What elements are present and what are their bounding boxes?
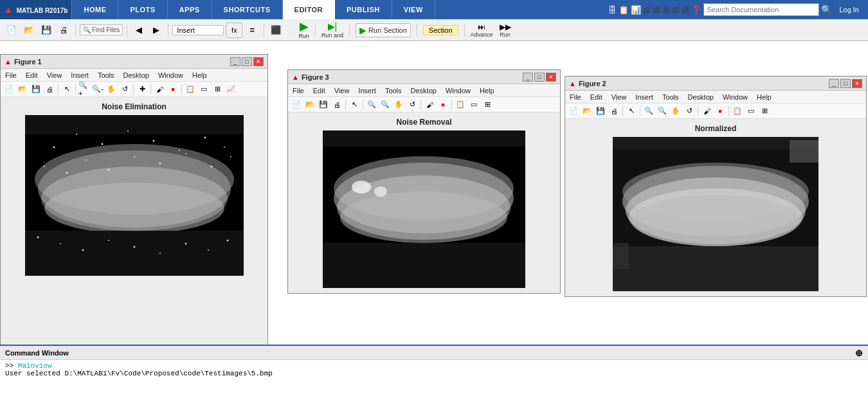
- fig3-tb-brush[interactable]: 🖌: [423, 98, 436, 111]
- fig3-tb-rotate[interactable]: ↺: [406, 98, 419, 111]
- print-btn[interactable]: 🖨: [56, 22, 71, 38]
- fig1-tb-save[interactable]: 💾: [30, 83, 42, 96]
- fig2-menu-view[interactable]: View: [610, 93, 629, 101]
- fig3-menu-help[interactable]: Help: [478, 87, 496, 94]
- toolbar-icon-3[interactable]: 📊: [631, 5, 641, 15]
- fig1-tb-pan[interactable]: ✋: [105, 83, 118, 96]
- fig3-tb-pan[interactable]: ✋: [392, 98, 405, 111]
- fig3-tb-colorbar[interactable]: ▭: [467, 98, 480, 111]
- fig2-tb-zoom-in[interactable]: 🔍: [642, 105, 655, 118]
- tab-view[interactable]: VIEW: [392, 0, 435, 19]
- fig1-tb-print[interactable]: 🖨: [43, 83, 56, 96]
- fig1-menu-view[interactable]: View: [45, 71, 64, 79]
- fig3-tb-save[interactable]: 💾: [317, 98, 330, 111]
- toolbar-icon-6[interactable]: ⬛: [662, 6, 670, 14]
- fig3-menu-edit[interactable]: Edit: [311, 87, 327, 94]
- fig2-tb-rotate[interactable]: ↺: [683, 105, 696, 118]
- run-and-btn2[interactable]: ▶▶ Run: [500, 22, 511, 38]
- fig1-tb-grid[interactable]: ⊞: [211, 83, 224, 96]
- fig3-tb-grid[interactable]: ⊞: [481, 98, 494, 111]
- fig3-tb-print[interactable]: 🖨: [330, 98, 343, 111]
- fig3-tb-open[interactable]: 📂: [303, 98, 316, 111]
- fig2-menu-insert[interactable]: Insert: [633, 93, 655, 101]
- fig1-menu-insert[interactable]: Insert: [69, 71, 91, 79]
- fig1-tb-plot[interactable]: 📈: [224, 83, 237, 96]
- fig1-tb-cursor[interactable]: ↖: [60, 83, 73, 96]
- fig2-tb-colorbar[interactable]: ▭: [745, 105, 757, 118]
- fig2-tb-open[interactable]: 📂: [581, 105, 593, 118]
- fig2-tb-print[interactable]: 🖨: [608, 105, 620, 118]
- figure2-minimize[interactable]: _: [829, 79, 839, 88]
- fig1-menu-tools[interactable]: Tools: [96, 71, 116, 79]
- back-btn[interactable]: ◀: [131, 22, 147, 38]
- fig1-menu-help[interactable]: Help: [190, 71, 209, 79]
- fig1-menu-desktop[interactable]: Desktop: [122, 71, 151, 79]
- figure2-close[interactable]: ✕: [852, 79, 862, 88]
- fig1-tb-open[interactable]: 📂: [16, 83, 29, 96]
- fig3-tb-legend[interactable]: 📋: [454, 98, 467, 111]
- tab-apps[interactable]: APPS: [168, 0, 212, 19]
- forward-btn[interactable]: ▶: [149, 22, 164, 38]
- fx-btn[interactable]: fx: [226, 22, 242, 38]
- insert-dropdown[interactable]: Insert: [172, 25, 224, 35]
- fig1-menu-file[interactable]: File: [3, 71, 19, 79]
- fig3-tb-new[interactable]: 📄: [290, 98, 303, 111]
- tab-publish[interactable]: PUBLISH: [335, 0, 392, 19]
- fig2-tb-grid[interactable]: ⊞: [758, 105, 771, 118]
- open-btn[interactable]: 📂: [21, 22, 37, 38]
- fig1-tb-rotate[interactable]: ↺: [118, 83, 131, 96]
- fig3-menu-desktop[interactable]: Desktop: [409, 87, 439, 94]
- fig2-tb-brush[interactable]: 🖌: [700, 105, 713, 118]
- fig2-menu-tools[interactable]: Tools: [660, 93, 681, 101]
- fig3-tb-cursor[interactable]: ↖: [348, 98, 361, 111]
- tab-editor[interactable]: EDITOR: [283, 0, 335, 19]
- toolbar-icon-2[interactable]: 📋: [619, 5, 629, 15]
- toolbar-icon-1[interactable]: 🗄: [608, 5, 617, 15]
- tb-icon-1[interactable]: ⬛: [268, 22, 284, 38]
- fig2-menu-help[interactable]: Help: [755, 93, 773, 101]
- toolbar-icon-4[interactable]: ⬛: [643, 6, 651, 14]
- tab-plots[interactable]: PLOTS: [118, 0, 167, 19]
- fig1-tb-data-cursor[interactable]: ✚: [136, 83, 149, 96]
- tab-home[interactable]: HOME: [72, 0, 118, 19]
- toolbar-icon-5[interactable]: ⬛: [653, 6, 660, 14]
- search-doc-input[interactable]: [703, 3, 819, 16]
- figure1-close[interactable]: ✕: [253, 57, 264, 66]
- search-icon[interactable]: 🔍: [821, 4, 832, 15]
- fig2-tb-legend[interactable]: 📋: [731, 105, 744, 118]
- figure1-maximize[interactable]: □: [242, 57, 252, 66]
- run-section-button[interactable]: ▶ Run Section: [356, 23, 411, 37]
- run-and-advance-btn[interactable]: ▶| Run and: [321, 21, 343, 39]
- fig1-tb-zoom-out[interactable]: 🔍-: [91, 83, 104, 96]
- toolbar-icon-8[interactable]: ⬛: [682, 6, 689, 14]
- toolbar-icon-7[interactable]: ⬛: [672, 6, 680, 14]
- fig3-menu-view[interactable]: View: [332, 87, 352, 94]
- advance-btn[interactable]: ⏭ Advance: [471, 22, 493, 38]
- find-files-btn[interactable]: 🔍 Find Files: [80, 24, 123, 35]
- fig2-menu-desktop[interactable]: Desktop: [686, 93, 716, 101]
- fig2-tb-pan[interactable]: ✋: [669, 105, 682, 118]
- fig2-menu-window[interactable]: Window: [721, 93, 750, 101]
- figure3-maximize[interactable]: □: [534, 73, 545, 82]
- fig1-tb-brush[interactable]: 🖌: [153, 83, 166, 96]
- figure3-minimize[interactable]: _: [523, 73, 533, 82]
- command-window-expand-icon[interactable]: ⊕: [855, 348, 863, 358]
- fig3-menu-window[interactable]: Window: [444, 87, 473, 94]
- fig1-tb-legend[interactable]: 📋: [184, 83, 197, 96]
- run-button[interactable]: ▶ Run: [298, 21, 309, 39]
- fig3-tb-zoom-in[interactable]: 🔍: [365, 98, 378, 111]
- fig1-tb-color[interactable]: ■: [167, 83, 179, 96]
- fig1-tb-new[interactable]: 📄: [3, 83, 15, 96]
- fig2-tb-cursor[interactable]: ↖: [625, 105, 638, 118]
- login-button[interactable]: Log In: [834, 6, 864, 14]
- fig1-menu-window[interactable]: Window: [156, 71, 185, 79]
- fig2-menu-file[interactable]: File: [568, 93, 583, 101]
- figure2-maximize[interactable]: □: [840, 79, 851, 88]
- fig3-menu-tools[interactable]: Tools: [383, 87, 404, 94]
- fig2-menu-edit[interactable]: Edit: [588, 93, 604, 101]
- help-icon[interactable]: ❓: [691, 5, 701, 15]
- figure3-close[interactable]: ✕: [546, 73, 556, 82]
- fig3-tb-zoom-out[interactable]: 🔍: [379, 98, 392, 111]
- fig3-menu-file[interactable]: File: [291, 87, 306, 94]
- new-file-btn[interactable]: 📄: [4, 22, 19, 38]
